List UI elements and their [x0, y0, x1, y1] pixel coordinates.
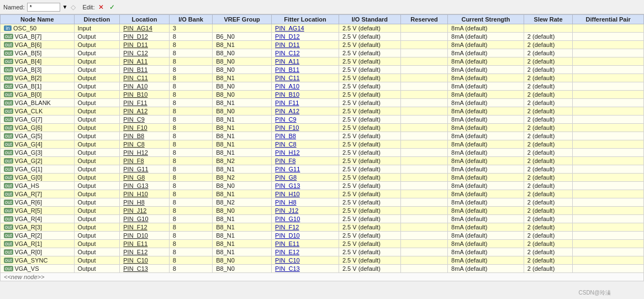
cell-vref-group: B8_N1 — [213, 74, 272, 82]
cell-node-name: outVGA_B[5] — [1, 49, 75, 57]
table-row[interactable]: outVGA_B[6]OutputPIN_D118B8_N1PIN_D112.5… — [1, 41, 644, 49]
cell-direction: Output — [74, 190, 120, 198]
cell-fitter-location: PIN_B8 — [272, 132, 339, 140]
table-row[interactable]: outVGA_B[0]OutputPIN_B108B8_N0PIN_B102.5… — [1, 91, 644, 99]
table-row[interactable]: outVGA_BLANKOutputPIN_F118B8_N1PIN_F112.… — [1, 99, 644, 107]
cell-node-name: outVGA_B[2] — [1, 74, 75, 82]
cell-io-standard: 2.5 V (default) — [339, 223, 400, 232]
cell-current-strength: 8mA (default) — [448, 140, 524, 149]
table-row[interactable]: outVGA_SYNCOutputPIN_C108B8_N0PIN_C102.5… — [1, 256, 644, 265]
cell-current-strength: 8mA (default) — [448, 74, 524, 82]
table-row[interactable]: outVGA_CLKOutputPIN_A128B8_N0PIN_A122.5 … — [1, 107, 644, 116]
node-badge: out — [4, 125, 13, 130]
table-row[interactable]: outVGA_R[2]OutputPIN_D108B8_N1PIN_D102.5… — [1, 232, 644, 240]
table-row[interactable]: outVGA_R[1]OutputPIN_E118B8_N1PIN_E112.5… — [1, 240, 644, 248]
node-name-text: VGA_G[3] — [15, 149, 43, 156]
cell-diff-pair — [573, 198, 644, 207]
table-row[interactable]: inOSC_50InputPIN_AG143PIN_AG142.5 V (def… — [1, 24, 644, 33]
node-name-text: VGA_R[1] — [15, 240, 43, 247]
cell-slew-rate: 2 (default) — [524, 107, 573, 116]
table-row[interactable]: outVGA_B[4]OutputPIN_A118B8_N0PIN_A112.5… — [1, 57, 644, 66]
node-badge: out — [4, 92, 13, 97]
cell-location: PIN_C8 — [120, 140, 169, 149]
table-row[interactable]: outVGA_R[7]OutputPIN_H108B8_N1PIN_H102.5… — [1, 190, 644, 198]
cell-reserved — [400, 124, 447, 132]
cell-reserved — [400, 49, 447, 57]
table-row[interactable]: outVGA_G[0]OutputPIN_G88B8_N2PIN_G82.5 V… — [1, 174, 644, 182]
cell-direction: Output — [74, 223, 120, 232]
cell-direction: Output — [74, 99, 120, 107]
toolbar-dropdown-icon[interactable]: ▼ — [62, 4, 68, 10]
table-row[interactable]: outVGA_R[0]OutputPIN_E128B8_N1PIN_E122.5… — [1, 248, 644, 256]
cell-vref-group: B8_N1 — [213, 223, 272, 232]
confirm-button[interactable]: ✓ — [108, 3, 117, 12]
table-row[interactable]: outVGA_G[6]OutputPIN_F108B8_N1PIN_F102.5… — [1, 124, 644, 132]
table-row[interactable]: outVGA_G[5]OutputPIN_B88B8_N1PIN_B82.5 V… — [1, 132, 644, 140]
cell-io-bank: 8 — [169, 82, 213, 91]
cell-location: PIN_H8 — [120, 198, 169, 207]
cell-fitter-location: PIN_C12 — [272, 49, 339, 57]
table-row[interactable]: outVGA_R[5]OutputPIN_J128B8_N0PIN_J122.5… — [1, 207, 644, 215]
table-row[interactable]: outVGA_B[2]OutputPIN_C118B8_N1PIN_C112.5… — [1, 74, 644, 82]
table-row[interactable]: outVGA_B[7]OutputPIN_D128B6_N0PIN_D122.5… — [1, 33, 644, 41]
node-badge: out — [4, 175, 13, 180]
cell-slew-rate: 2 (default) — [524, 207, 573, 215]
table-row[interactable]: outVGA_R[6]OutputPIN_H88B8_N2PIN_H82.5 V… — [1, 198, 644, 207]
cell-reserved — [400, 215, 447, 223]
cell-direction: Output — [74, 74, 120, 82]
node-name-text: VGA_R[2] — [15, 232, 43, 239]
cell-slew-rate: 2 (default) — [524, 116, 573, 124]
cell-reserved — [400, 256, 447, 265]
cell-io-standard: 2.5 V (default) — [339, 198, 400, 207]
cell-direction: Output — [74, 107, 120, 116]
new-node-cell[interactable]: <<new node>> — [1, 273, 644, 281]
cell-direction: Output — [74, 57, 120, 66]
cell-fitter-location: PIN_E12 — [272, 248, 339, 256]
cell-diff-pair — [573, 140, 644, 149]
cell-io-standard: 2.5 V (default) — [339, 24, 400, 33]
cell-fitter-location: PIN_C9 — [272, 116, 339, 124]
node-name-text: VGA_R[6] — [15, 199, 43, 206]
node-name-text: VGA_B[7] — [15, 33, 42, 40]
cell-current-strength: 8mA (default) — [448, 99, 524, 107]
table-row[interactable]: outVGA_G[7]OutputPIN_C98B8_N1PIN_C92.5 V… — [1, 116, 644, 124]
cell-node-name: outVGA_B[1] — [1, 82, 75, 91]
cell-node-name: outVGA_R[7] — [1, 190, 75, 198]
cell-vref-group: B8_N1 — [213, 149, 272, 157]
cell-io-bank: 8 — [169, 198, 213, 207]
new-node-row[interactable]: <<new node>> — [1, 273, 644, 281]
table-row[interactable]: outVGA_R[3]OutputPIN_F128B8_N1PIN_F122.5… — [1, 223, 644, 232]
cancel-button[interactable]: ✕ — [97, 3, 105, 12]
node-badge: out — [4, 166, 13, 172]
named-input[interactable] — [27, 3, 60, 12]
cell-diff-pair — [573, 24, 644, 33]
cell-vref-group: B8_N1 — [213, 140, 272, 149]
cell-current-strength: 8mA (default) — [448, 107, 524, 116]
cell-node-name: outVGA_BLANK — [1, 99, 75, 107]
cell-fitter-location: PIN_B11 — [272, 66, 339, 74]
table-row[interactable]: outVGA_HSOutputPIN_G138B8_N0PIN_G132.5 V… — [1, 182, 644, 190]
cell-io-bank: 8 — [169, 99, 213, 107]
cell-direction: Input — [74, 24, 120, 33]
cell-vref-group: B8_N1 — [213, 240, 272, 248]
table-row[interactable]: outVGA_VSOutputPIN_C138B8_N0PIN_C132.5 V… — [1, 265, 644, 273]
table-row[interactable]: outVGA_R[4]OutputPIN_G108B8_N1PIN_G102.5… — [1, 215, 644, 223]
table-row[interactable]: outVGA_G[3]OutputPIN_H128B8_N1PIN_H122.5… — [1, 149, 644, 157]
node-badge: out — [4, 241, 13, 246]
cell-slew-rate: 2 (default) — [524, 66, 573, 74]
cell-diff-pair — [573, 248, 644, 256]
cell-reserved — [400, 207, 447, 215]
cell-reserved — [400, 157, 447, 165]
cell-location: PIN_F11 — [120, 99, 169, 107]
cell-node-name: outVGA_R[4] — [1, 215, 75, 223]
table-row[interactable]: outVGA_G[4]OutputPIN_C88B8_N1PIN_C82.5 V… — [1, 140, 644, 149]
node-badge: out — [4, 183, 13, 188]
table-row[interactable]: outVGA_B[5]OutputPIN_C128B8_N0PIN_C122.5… — [1, 49, 644, 57]
table-row[interactable]: outVGA_G[2]OutputPIN_F88B8_N2PIN_F82.5 V… — [1, 157, 644, 165]
table-row[interactable]: outVGA_G[1]OutputPIN_G118B8_N1PIN_G112.5… — [1, 165, 644, 174]
cell-direction: Output — [74, 140, 120, 149]
table-row[interactable]: outVGA_B[1]OutputPIN_A108B8_N0PIN_A102.5… — [1, 82, 644, 91]
node-name-text: VGA_B[1] — [15, 83, 42, 90]
table-row[interactable]: outVGA_B[3]OutputPIN_B118B8_N0PIN_B112.5… — [1, 66, 644, 74]
cell-reserved — [400, 74, 447, 82]
